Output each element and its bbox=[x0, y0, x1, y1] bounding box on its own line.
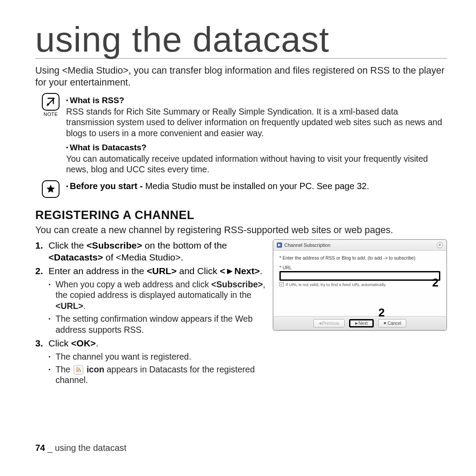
auto-find-checkbox[interactable]: ✓ bbox=[279, 282, 284, 286]
rss-icon bbox=[74, 365, 83, 375]
cancel-button[interactable]: ✖Cancel bbox=[378, 319, 406, 327]
section-intro: You can create a new channel by register… bbox=[35, 225, 447, 236]
step-2-sub-2: The setting confirmation window appears … bbox=[48, 313, 267, 335]
url-input[interactable] bbox=[279, 271, 440, 281]
note-caption: NOTE bbox=[35, 112, 66, 117]
step-3-sub-1: The channel you want is registered. bbox=[48, 351, 267, 362]
before-start-lead: Before you start - bbox=[70, 181, 145, 191]
step-1: Click the <Subscribe> on the bottom of t… bbox=[35, 239, 267, 264]
dialog-hint: * Enter the address of RSS or Blog to ad… bbox=[279, 255, 440, 260]
note-block: NOTE What is RSS? RSS stands for Rich Si… bbox=[35, 93, 447, 175]
page-title: using the datacast bbox=[35, 22, 447, 59]
callout-url: 2 bbox=[432, 276, 439, 290]
auto-find-label: If URL is not valid, try to find a feed … bbox=[286, 282, 387, 287]
note-q1: What is RSS? bbox=[66, 96, 447, 105]
footer-title: using the datacast bbox=[55, 443, 126, 453]
note-a1: RSS stands for Rich Site Summary or Real… bbox=[66, 106, 447, 138]
page-number: 74 bbox=[35, 443, 45, 453]
note-a2: You can automatically receive updated in… bbox=[66, 153, 447, 175]
dialog-footer: ◀Previous ▶Next ✖Cancel bbox=[273, 316, 446, 330]
intro-text: Using <Media Studio>, you can transfer b… bbox=[35, 65, 447, 89]
step-2-sub-1: When you copy a web address and click <S… bbox=[48, 279, 267, 312]
note-icon bbox=[42, 93, 60, 111]
note-q2: What is Datacasts? bbox=[66, 143, 447, 152]
step-3: Click <OK>. The channel you want is regi… bbox=[35, 337, 267, 386]
section-heading: REGISTERING A CHANNEL bbox=[35, 208, 447, 222]
channel-subscription-dialog: ▶ Channel Subscription ✕ * Enter the add… bbox=[273, 239, 447, 331]
svg-point-1 bbox=[76, 371, 78, 372]
before-start-text: Media Studio must be installed on your P… bbox=[145, 181, 369, 191]
app-icon: ▶ bbox=[277, 242, 282, 248]
step-2: Enter an address in the <URL> and Click … bbox=[35, 265, 267, 335]
callout-next: 2 bbox=[379, 306, 385, 320]
before-start-block: Before you start - Media Studio must be … bbox=[35, 180, 447, 199]
dialog-titlebar: ▶ Channel Subscription ✕ bbox=[273, 240, 446, 251]
page-footer: 74 _ using the datacast bbox=[35, 443, 126, 453]
previous-button[interactable]: ◀Previous bbox=[313, 319, 345, 327]
svg-point-0 bbox=[47, 103, 49, 105]
next-button[interactable]: ▶Next bbox=[349, 319, 374, 327]
dialog-title: Channel Subscription bbox=[284, 242, 331, 248]
step-3-sub-2: The icon appears in Datacasts for the re… bbox=[48, 364, 267, 386]
url-label: * URL bbox=[279, 265, 440, 270]
star-icon bbox=[42, 180, 60, 198]
close-icon[interactable]: ✕ bbox=[437, 242, 443, 248]
